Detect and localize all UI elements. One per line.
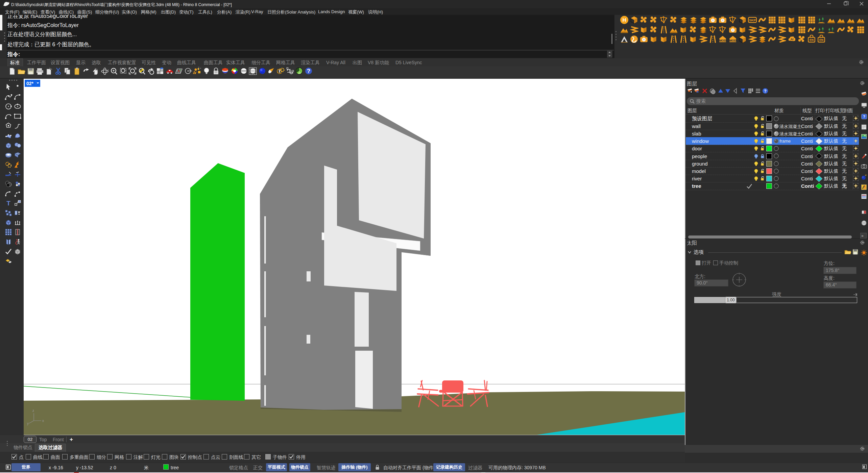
svg-text:?: ? bbox=[307, 68, 310, 74]
svg-text:AI: AI bbox=[791, 38, 794, 41]
svg-text:H: H bbox=[623, 17, 626, 23]
svg-text:T: T bbox=[6, 200, 10, 207]
svg-text:MOD: MOD bbox=[729, 39, 736, 42]
svg-text:y: y bbox=[27, 422, 29, 425]
svg-text:8: 8 bbox=[8, 2, 9, 4]
svg-text:x: x bbox=[42, 419, 44, 423]
svg-text:?: ? bbox=[764, 89, 766, 94]
svg-text:EN: EN bbox=[819, 38, 823, 42]
svg-text:MOD: MOD bbox=[719, 39, 726, 42]
svg-text:EN: EN bbox=[810, 38, 814, 42]
svg-text:SKP: SKP bbox=[749, 18, 756, 22]
svg-text:z: z bbox=[32, 409, 34, 413]
svg-text:?: ? bbox=[863, 115, 865, 119]
